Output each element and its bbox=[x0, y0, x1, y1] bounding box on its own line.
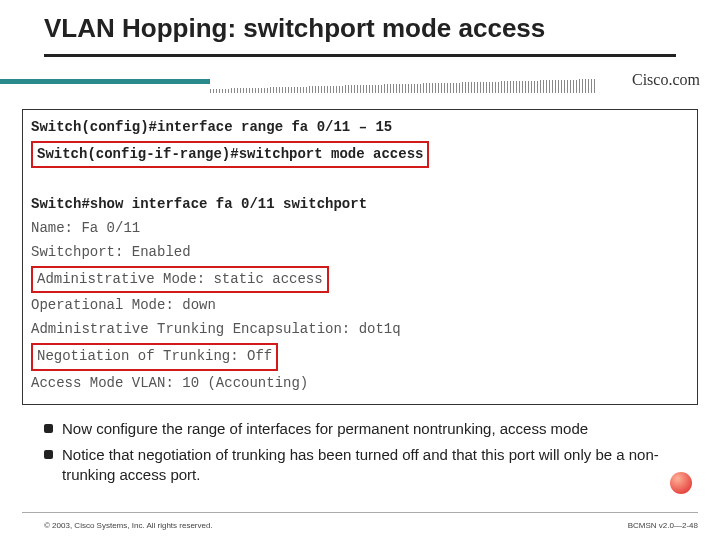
copyright-text: © 2003, Cisco Systems, Inc. All rights r… bbox=[44, 521, 213, 530]
bullet-item-1: Now configure the range of interfaces fo… bbox=[44, 419, 686, 439]
page-code: BCMSN v2.0—2-48 bbox=[628, 521, 698, 530]
footer-rule bbox=[22, 512, 698, 513]
title-underline bbox=[44, 54, 676, 57]
stripe-teal bbox=[0, 79, 210, 84]
term-blank bbox=[31, 169, 689, 193]
header-stripe: Cisco.com bbox=[0, 71, 720, 99]
highlight-admin-mode: Administrative Mode: static access bbox=[31, 266, 329, 294]
term-line-1: Switch(config)#interface range fa 0/11 –… bbox=[31, 116, 689, 140]
bullet-item-2: Notice that negotiation of trunking has … bbox=[44, 445, 686, 486]
command: interface range fa 0/11 – 15 bbox=[157, 119, 392, 135]
prompt: Switch# bbox=[31, 196, 90, 212]
term-line-5: Switchport: Enabled bbox=[31, 241, 689, 265]
term-line-9: Negotiation of Trunking: Off bbox=[31, 342, 689, 372]
footer: © 2003, Cisco Systems, Inc. All rights r… bbox=[0, 512, 720, 530]
term-line-2: Switch(config-if-range)#switchport mode … bbox=[31, 140, 689, 170]
prompt: Switch(config)# bbox=[31, 119, 157, 135]
stripe-bars bbox=[208, 71, 595, 93]
bullet-list: Now configure the range of interfaces fo… bbox=[44, 419, 686, 486]
term-line-6: Administrative Mode: static access bbox=[31, 265, 689, 295]
term-line-8: Administrative Trunking Encapsulation: d… bbox=[31, 318, 689, 342]
term-line-7: Operational Mode: down bbox=[31, 294, 689, 318]
term-line-3: Switch#show interface fa 0/11 switchport bbox=[31, 193, 689, 217]
term-line-4: Name: Fa 0/11 bbox=[31, 217, 689, 241]
highlight-negotiation: Negotiation of Trunking: Off bbox=[31, 343, 278, 371]
cisco-brand: Cisco.com bbox=[632, 71, 700, 89]
page-title: VLAN Hopping: switchport mode access bbox=[0, 0, 720, 50]
term-line-10: Access Mode VLAN: 10 (Accounting) bbox=[31, 372, 689, 396]
command: show interface fa 0/11 switchport bbox=[90, 196, 367, 212]
command: switchport mode access bbox=[239, 146, 424, 162]
prompt: Switch(config-if-range)# bbox=[37, 146, 239, 162]
terminal-output: Switch(config)#interface range fa 0/11 –… bbox=[22, 109, 698, 405]
red-dot-decor bbox=[670, 472, 692, 494]
